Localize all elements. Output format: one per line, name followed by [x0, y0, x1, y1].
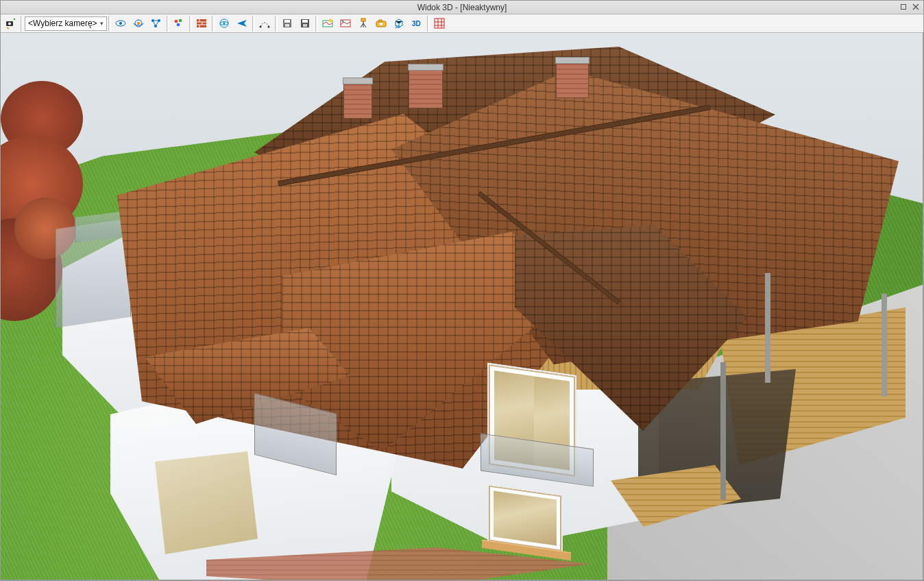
observer-mode-button[interactable]	[112, 16, 130, 32]
svg-text:3D: 3D	[412, 20, 421, 27]
map-red-icon	[339, 17, 352, 29]
post-1	[720, 362, 726, 499]
svg-point-4	[119, 22, 122, 25]
svg-rect-32	[379, 20, 382, 22]
airplane-icon	[236, 17, 248, 29]
toolbar-separator	[427, 16, 430, 32]
camera-snapshot-button[interactable]	[373, 16, 390, 32]
window-title: Widok 3D - [Nieaktywny]	[417, 3, 507, 12]
grid-red-button[interactable]	[431, 16, 448, 32]
chimney-2	[409, 67, 443, 108]
toolbar: <Wybierz kamerę> ▾	[1, 14, 923, 33]
toolbar-separator	[21, 16, 23, 32]
map-sun-icon	[321, 17, 334, 29]
app-window: Widok 3D - [Nieaktywny] <Wybierz kamerę>…	[0, 0, 924, 581]
window-controls	[899, 2, 921, 12]
shadow-study-button[interactable]	[337, 16, 354, 32]
sun-study-button[interactable]	[319, 16, 337, 32]
svg-rect-29	[361, 19, 365, 21]
toolbar-separator	[252, 16, 255, 32]
save-view-button[interactable]	[279, 16, 296, 32]
svg-point-6	[137, 22, 140, 25]
text-3d-icon: 3D	[411, 17, 423, 29]
chevron-down-icon: ▾	[100, 20, 104, 27]
svg-rect-24	[303, 24, 307, 27]
svg-rect-35	[435, 19, 444, 28]
svg-point-26	[329, 19, 332, 23]
toolbar-separator	[315, 16, 318, 32]
titlebar: Widok 3D - [Nieaktywny]	[1, 1, 923, 14]
axonometric-mode-button[interactable]	[148, 16, 165, 32]
fly-mode-button[interactable]	[234, 16, 251, 32]
svg-text:3D: 3D	[395, 25, 400, 29]
svg-rect-13	[197, 19, 206, 27]
define-camera-button[interactable]	[2, 16, 19, 32]
export-3d-button[interactable]: 3D	[391, 16, 408, 32]
svg-point-2	[8, 23, 11, 25]
toolbar-separator	[108, 16, 111, 32]
planar-cam-button[interactable]	[216, 16, 233, 32]
svg-rect-0	[901, 5, 906, 10]
label-3d-button[interactable]: 3D	[409, 16, 426, 32]
palette-icon	[173, 17, 185, 29]
svg-rect-21	[285, 24, 289, 27]
orbit-mode-button[interactable]	[130, 16, 147, 32]
toolbar-separator	[212, 16, 215, 32]
colors-materials-button[interactable]	[171, 16, 188, 32]
cube-3d-icon: 3D	[393, 17, 405, 29]
svg-point-10	[175, 20, 178, 23]
viewport-3d[interactable]	[1, 33, 923, 580]
svg-point-17	[260, 26, 262, 28]
toolbar-separator	[189, 16, 192, 32]
camera-plus-icon	[5, 17, 17, 29]
close-icon	[912, 3, 919, 10]
close-button[interactable]	[911, 2, 921, 12]
svg-point-28	[342, 21, 344, 23]
svg-rect-23	[302, 20, 308, 23]
eye-icon	[114, 17, 127, 29]
chimney-3	[556, 60, 589, 98]
load-view-button[interactable]	[297, 16, 314, 32]
grid-red-icon	[433, 17, 446, 29]
diskette-b-icon	[299, 17, 311, 29]
svg-point-12	[177, 23, 180, 27]
post-2	[765, 273, 770, 383]
opening-left	[155, 451, 258, 554]
svg-rect-20	[284, 20, 290, 23]
svg-point-18	[268, 26, 270, 28]
restore-button[interactable]	[899, 2, 908, 12]
chimney-1	[343, 81, 372, 119]
orbit-icon	[132, 17, 145, 29]
house	[35, 67, 892, 580]
restore-icon	[900, 3, 907, 10]
plane-circles-icon	[218, 17, 230, 29]
tripod-button[interactable]	[355, 16, 372, 32]
toolbar-separator	[275, 16, 278, 32]
path-dots-icon	[258, 17, 271, 29]
tripod-icon	[357, 17, 369, 29]
camera-select[interactable]: <Wybierz kamerę> ▾	[25, 16, 107, 31]
svg-point-31	[380, 23, 383, 26]
post-3	[882, 294, 887, 396]
walk-path-button[interactable]	[256, 16, 273, 32]
camera-icon	[375, 17, 387, 29]
svg-point-11	[179, 19, 182, 23]
brick-hatch-button[interactable]	[193, 16, 210, 32]
svg-point-16	[223, 23, 226, 25]
camera-select-label: <Wybierz kamerę>	[28, 19, 97, 28]
axis-dots-icon	[150, 17, 162, 29]
brick-icon	[195, 17, 208, 29]
toolbar-separator	[167, 16, 169, 32]
diskette-a-icon	[281, 17, 293, 29]
